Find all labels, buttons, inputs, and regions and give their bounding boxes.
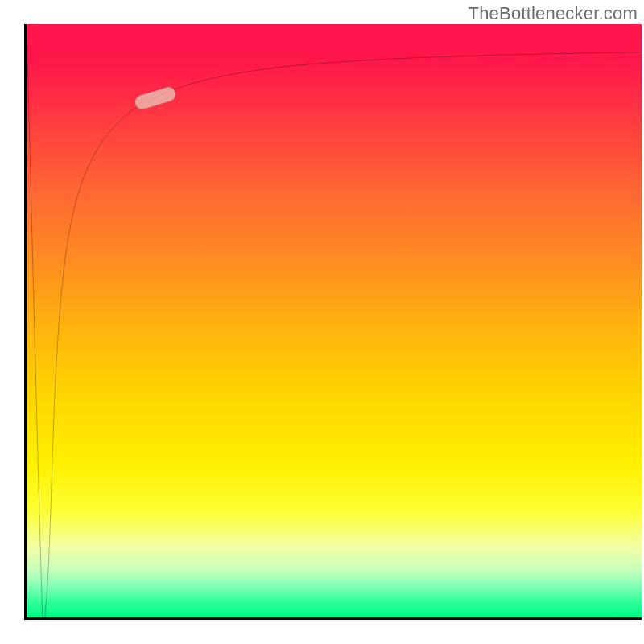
chart-frame [24, 24, 642, 620]
curve-path [27, 24, 642, 617]
watermark-text: TheBottlenecker.com [469, 3, 638, 24]
chart-curve-svg [27, 24, 642, 617]
plot-area [27, 24, 642, 617]
